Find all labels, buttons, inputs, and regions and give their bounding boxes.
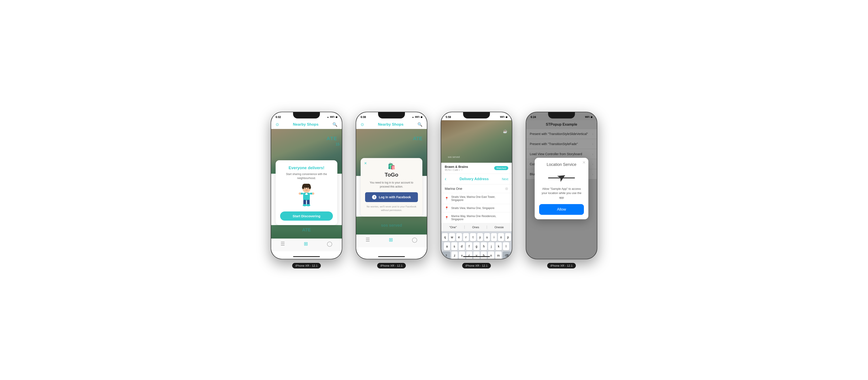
phone3-key-b[interactable]: b bbox=[481, 251, 487, 259]
phone4-modal-title: Location Service bbox=[539, 162, 584, 167]
svg-point-3 bbox=[309, 185, 311, 189]
phone3-key-e[interactable]: e bbox=[456, 233, 462, 241]
phone2-tab-profile[interactable]: ◯ bbox=[412, 237, 417, 243]
phone1-modal-card: Everyone delivers! Start sharing conveni… bbox=[276, 160, 337, 225]
phone3-key-k[interactable]: k bbox=[496, 242, 502, 250]
phone3-back-button[interactable]: ‹ bbox=[445, 176, 446, 182]
phone2-wrapper: 6:08 ▲ WiFi ◼ ⊙ Nearby Shops 🔍 ATE CREA bbox=[356, 112, 427, 269]
phone3-status-icons: WiFi ◼ bbox=[500, 116, 507, 118]
phone2-nav-left-icon[interactable]: ⊙ bbox=[361, 122, 364, 127]
phone2-notch bbox=[378, 112, 405, 118]
phone3-shop-info: Brawn & Brains 957m • Café • ♡ Watched bbox=[441, 163, 512, 174]
phone2: 6:08 ▲ WiFi ◼ ⊙ Nearby Shops 🔍 ATE CREA bbox=[356, 112, 427, 259]
phone3-key-n[interactable]: n bbox=[488, 251, 494, 259]
phone3-key-w[interactable]: w bbox=[449, 233, 455, 241]
phone4-allow-button[interactable]: Allow bbox=[539, 204, 584, 215]
phone2-tab-grid[interactable]: ⊞ bbox=[389, 237, 393, 243]
phone1-nav-right-icon[interactable]: 🔍 bbox=[333, 122, 337, 127]
phone3-key-f[interactable]: f bbox=[466, 242, 472, 250]
phone3-key-t[interactable]: t bbox=[470, 233, 476, 241]
phone3-key-a[interactable]: a bbox=[444, 242, 450, 250]
phone3-suggestion-2[interactable]: 📍 Straits View, Marina One, Singapore bbox=[441, 204, 512, 212]
phone3-keyboard-row-3: ⇧ z x c v b n m ⌫ bbox=[442, 251, 511, 259]
phone3-keyboard-row-1: q w e r t y u i o p bbox=[442, 233, 511, 241]
phone1-nav-bar: ⊙ Nearby Shops 🔍 bbox=[271, 120, 342, 129]
phone3-keyboard-row-2: a s d f g h j k l bbox=[442, 242, 511, 250]
phone4-wrapper: 6:24 WiFi ◼ STPopup Example Present with… bbox=[526, 112, 597, 269]
phone1-tab-grid[interactable]: ⊞ bbox=[304, 241, 308, 247]
phone3-key-z[interactable]: z bbox=[452, 251, 458, 259]
phone3-key-c[interactable]: c bbox=[466, 251, 472, 259]
phone3-home-indicator bbox=[463, 256, 490, 257]
phone3-key-backspace[interactable]: ⌫ bbox=[503, 251, 511, 259]
phone3-key-m[interactable]: m bbox=[495, 251, 502, 259]
phone3-suggestion-3[interactable]: 📍 Marina Way, Marina One Residences, Sin… bbox=[441, 212, 512, 223]
phone3-key-u[interactable]: u bbox=[484, 233, 490, 241]
phone3-autocomplete-2[interactable]: Ones bbox=[470, 225, 481, 229]
phone3-next-button[interactable]: Next bbox=[502, 177, 508, 181]
phone3-screen: 5:59 WiFi ◼ ☕ sos served Brawn & Brains … bbox=[441, 112, 512, 259]
phone1: 6:02 ▲ WiFi ◼ ⊙ Nearby Shops 🔍 bbox=[271, 112, 342, 259]
phone3-key-h[interactable]: h bbox=[481, 242, 487, 250]
svg-point-10 bbox=[299, 193, 301, 195]
phone2-close-button[interactable]: × bbox=[364, 161, 367, 166]
phone4-location-modal: ✕ Location Service ➤ Allow "Sample App" … bbox=[535, 158, 588, 219]
phone3-key-i[interactable]: i bbox=[491, 233, 497, 241]
phone3-suggestion-text-1: Straits View, Marina One East Tower, Sin… bbox=[451, 195, 508, 202]
phone1-battery-icon: ◼ bbox=[336, 116, 337, 118]
phone3-search-input[interactable] bbox=[445, 187, 503, 191]
page-container: 6:02 ▲ WiFi ◼ ⊙ Nearby Shops 🔍 bbox=[271, 112, 597, 269]
phone3-key-j[interactable]: j bbox=[488, 242, 494, 250]
phone4-modal-desc: Allow "Sample App" to access your locati… bbox=[539, 187, 584, 200]
phone1-tab-list[interactable]: ☰ bbox=[281, 241, 285, 247]
phone3-suggestion-1[interactable]: 📍 Straits View, Marina One East Tower, S… bbox=[441, 193, 512, 204]
phone1-start-button[interactable]: Start Discovering bbox=[280, 211, 333, 220]
phone4-modal-close[interactable]: ✕ bbox=[582, 160, 586, 165]
phone1-tab-profile[interactable]: ◯ bbox=[327, 241, 333, 247]
phone4-battery-icon: ◼ bbox=[591, 116, 592, 118]
phone3-shop-meta: 957m • Café • ♡ bbox=[445, 169, 468, 171]
phone2-tab-bar: ☰ ⊞ ◯ bbox=[356, 235, 427, 247]
phone3-key-q[interactable]: q bbox=[442, 233, 448, 241]
phone3-key-s[interactable]: s bbox=[451, 242, 458, 250]
phone3-key-v[interactable]: v bbox=[473, 251, 479, 259]
phone2-facebook-icon: f bbox=[372, 195, 376, 199]
phone3-key-shift[interactable]: ⇧ bbox=[442, 251, 450, 259]
phone3-key-d[interactable]: d bbox=[459, 242, 465, 250]
phone3-key-l[interactable]: l bbox=[503, 242, 509, 250]
phone3-location-icon-3: 📍 bbox=[445, 216, 448, 219]
phone3-key-p[interactable]: p bbox=[505, 233, 511, 241]
phone2-modal-subtitle: You need to log in to your account to pr… bbox=[365, 181, 418, 189]
phone1-screen: 6:02 ▲ WiFi ◼ ⊙ Nearby Shops 🔍 bbox=[271, 112, 342, 259]
phone2-nav-right-icon[interactable]: 🔍 bbox=[417, 122, 422, 127]
phone2-tab-list[interactable]: ☰ bbox=[366, 237, 370, 243]
phone2-status-icons: ▲ WiFi ◼ bbox=[412, 116, 422, 118]
phone1-nav-left-icon[interactable]: ⊙ bbox=[276, 122, 279, 127]
phone1-nav-title: Nearby Shops bbox=[293, 122, 318, 127]
phone2-bottom-bg: sos served bbox=[356, 217, 427, 235]
phone3-key-g[interactable]: g bbox=[473, 242, 479, 250]
phone3-autocomplete-1[interactable]: "One" bbox=[447, 225, 459, 229]
phone4: 6:24 WiFi ◼ STPopup Example Present with… bbox=[526, 112, 597, 259]
phone4-label: iPhone XR - 12.1 bbox=[547, 263, 576, 269]
phone3-autocomplete-3[interactable]: Onesie bbox=[493, 225, 505, 229]
phone3-location-icon-1: 📍 bbox=[445, 197, 448, 200]
phone3-key-o[interactable]: o bbox=[498, 233, 504, 241]
phone3-clear-button[interactable]: ⊗ bbox=[505, 186, 508, 191]
phone4-time: 6:24 bbox=[531, 115, 536, 119]
svg-point-15 bbox=[306, 204, 310, 206]
phone3-key-r[interactable]: r bbox=[463, 233, 469, 241]
phone3-suggestion-text-2: Straits View, Marina One, Singapore bbox=[451, 207, 494, 210]
phone2-nav-bar: ⊙ Nearby Shops 🔍 bbox=[356, 120, 427, 129]
phone4-screen: 6:24 WiFi ◼ STPopup Example Present with… bbox=[526, 112, 597, 259]
svg-point-5 bbox=[307, 188, 308, 189]
phone2-facebook-button[interactable]: f Log In with Facebook bbox=[365, 192, 418, 202]
phone3-key-x[interactable]: x bbox=[459, 251, 465, 259]
phone4-wifi-icon: WiFi bbox=[585, 116, 590, 118]
svg-point-4 bbox=[305, 188, 306, 189]
phone3-key-y[interactable]: y bbox=[477, 233, 483, 241]
phone1-status-icons: ▲ WiFi ◼ bbox=[327, 116, 337, 118]
phone2-wifi-icon: WiFi bbox=[415, 116, 420, 118]
phone2-facebook-label: Log In with Facebook bbox=[379, 195, 411, 199]
svg-point-2 bbox=[302, 185, 304, 189]
